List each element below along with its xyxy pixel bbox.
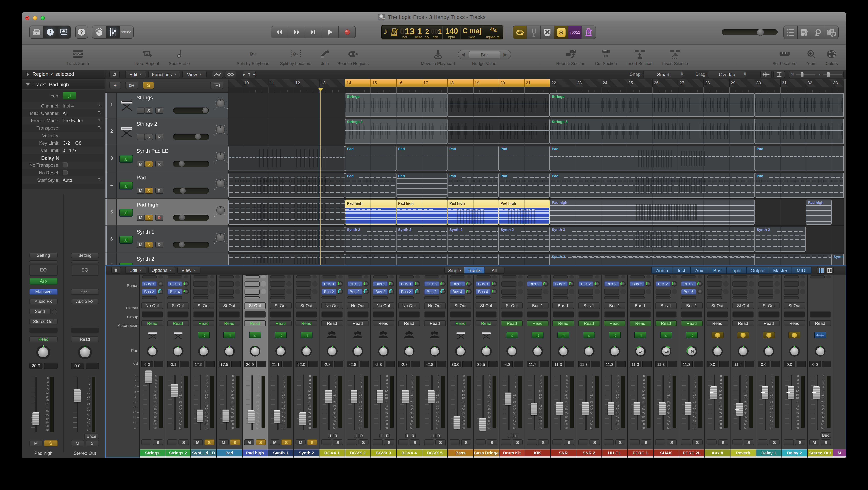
svg-text:i: i	[50, 29, 51, 35]
svg-text:✂: ✂	[603, 52, 609, 60]
svg-text:✄: ✄	[250, 50, 256, 58]
svg-text:?: ?	[80, 29, 83, 35]
svg-text:✄: ✄	[292, 50, 299, 58]
svg-text:✂: ✂	[124, 29, 129, 35]
